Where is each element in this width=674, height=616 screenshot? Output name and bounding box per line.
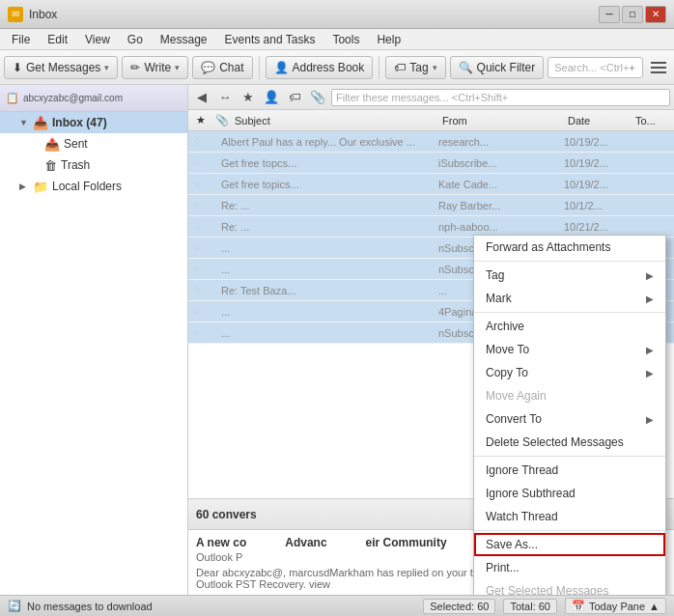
tag-button[interactable]: 🏷 Tag ▾ (385, 56, 445, 79)
ctx-tag-label: Tag (486, 268, 646, 282)
star-icon[interactable]: ☆ (192, 305, 208, 318)
menu-events[interactable]: Events and Tasks (217, 31, 323, 48)
chat-label: Chat (219, 61, 243, 74)
message-toolbar: ◀ ↔ ★ 👤 🏷 📎 Filter these messages... <Ct… (188, 85, 674, 110)
get-messages-button[interactable]: ⬇ Get Messages ▾ (4, 56, 118, 79)
ctx-separator-1 (474, 261, 665, 262)
write-label: Write (144, 61, 171, 74)
ctx-convert-to-label: Convert To (486, 412, 646, 426)
filter-messages-box[interactable]: Filter these messages... <Ctrl+Shift+ (331, 89, 670, 106)
ctx-forward-attachments[interactable]: Forward as Attachments (474, 236, 665, 259)
ctx-mark[interactable]: Mark ▶ (474, 287, 665, 310)
search-placeholder: Search... <Ctrl+ (554, 62, 629, 73)
ctx-print-label: Print... (486, 561, 654, 574)
menu-edit[interactable]: Edit (40, 31, 75, 48)
ctx-convert-to[interactable]: Convert To ▶ (474, 407, 665, 431)
column-headers: ★ 📎 Subject From Date To... (188, 110, 674, 131)
tag-quick-btn[interactable]: 🏷 (285, 88, 304, 107)
star-icon[interactable]: ☆ (192, 263, 208, 275)
person-quick-btn[interactable]: 👤 (262, 88, 281, 107)
ctx-forward-attachments-label: Forward as Attachments (486, 240, 654, 254)
star-icon[interactable]: ☆ (192, 178, 208, 190)
star-icon[interactable]: ☆ (192, 135, 208, 148)
table-row[interactable]: ☆ Get free topcs... iSubscribe... 10/19/… (188, 153, 674, 174)
message-subject: Get free topics... (221, 179, 438, 190)
ctx-ignore-subthread[interactable]: Ignore Subthread (474, 482, 665, 505)
preview-right2: eir Community (366, 536, 447, 549)
minimize-button[interactable]: ─ (599, 6, 620, 23)
chat-button[interactable]: 💬 Chat (192, 56, 252, 79)
table-row[interactable]: ☆ Get free topics... Kate Cade... 10/19/… (188, 174, 674, 195)
ctx-get-selected-label: Get Selected Messages (486, 584, 654, 595)
star-icon[interactable]: ☆ (192, 284, 208, 296)
folder-header: 📋 abcxyzabc@gmail.com (0, 85, 187, 112)
ctx-archive[interactable]: Archive (474, 315, 665, 338)
write-arrow: ▾ (175, 63, 180, 72)
today-pane-label: Today Pane (589, 601, 645, 612)
back-button[interactable]: ◀ (192, 88, 211, 107)
col-header-attach[interactable]: 📎 (211, 114, 231, 126)
message-date: 10/21/2... (564, 221, 632, 233)
menu-file[interactable]: File (4, 31, 38, 48)
menu-go[interactable]: Go (120, 31, 151, 48)
folder-item-local[interactable]: ▶ 📁 Local Folders (0, 176, 187, 197)
message-date: 10/19/2... (564, 136, 632, 148)
menu-tools[interactable]: Tools (324, 31, 367, 48)
maximize-button[interactable]: □ (622, 6, 643, 23)
folder-tree: 📋 abcxyzabc@gmail.com ▼ 📥 Inbox (47) 📤 S… (0, 85, 188, 595)
ctx-tag[interactable]: Tag ▶ (474, 264, 665, 287)
ctx-mark-arrow: ▶ (646, 294, 654, 304)
forward-quick-btn[interactable]: ↔ (215, 88, 235, 107)
ctx-save-as-label: Save As... (486, 538, 654, 551)
ctx-ignore-thread[interactable]: Ignore Thread (474, 459, 665, 482)
account-email: abcxyzabc@gmail.com (23, 93, 123, 103)
get-messages-arrow: ▾ (104, 63, 109, 72)
attach-quick-btn[interactable]: 📎 (308, 88, 327, 107)
col-header-star[interactable]: ★ (192, 114, 211, 126)
write-button[interactable]: ✏ Write ▾ (122, 56, 188, 79)
menu-message[interactable]: Message (153, 31, 215, 48)
toolbar: ⬇ Get Messages ▾ ✏ Write ▾ 💬 Chat 👤 Addr… (0, 50, 674, 85)
address-book-icon: 👤 (274, 61, 289, 74)
quick-filter-button[interactable]: 🔍 Quick Filter (450, 56, 545, 79)
star-icon[interactable]: ☆ (192, 199, 208, 211)
conversation-count: 60 convers (196, 508, 257, 521)
col-header-from[interactable]: From (438, 115, 564, 126)
star-icon[interactable]: ☆ (192, 326, 208, 339)
close-button[interactable]: ✕ (645, 6, 666, 23)
ctx-move-again: Move Again (474, 384, 665, 407)
search-box[interactable]: Search... <Ctrl+ + (548, 57, 643, 78)
ctx-copy-to[interactable]: Copy To ▶ (474, 361, 665, 384)
chat-icon: 💬 (201, 61, 215, 74)
ctx-save-as[interactable]: Save As... (474, 533, 665, 556)
toolbar-menu-button[interactable] (647, 56, 670, 79)
star-icon[interactable]: ☆ (192, 156, 208, 169)
inbox-label: Inbox (47) (52, 116, 107, 129)
separator-1 (259, 56, 260, 79)
ctx-move-to[interactable]: Move To ▶ (474, 338, 665, 361)
ctx-watch-thread[interactable]: Watch Thread (474, 505, 665, 528)
ctx-delete-selected[interactable]: Delete Selected Messages (474, 431, 665, 454)
menu-help[interactable]: Help (369, 31, 408, 48)
table-row[interactable]: ☆ Albert Paul has a reply... Our exclusi… (188, 131, 674, 153)
star-icon[interactable]: ☆ (192, 241, 208, 254)
star-icon[interactable]: ☆ (192, 220, 208, 233)
folder-item-trash[interactable]: 🗑 Trash (0, 154, 187, 176)
col-header-subject[interactable]: Subject (231, 115, 438, 126)
get-messages-icon: ⬇ (13, 61, 22, 74)
ctrl-plus-icon: + (629, 62, 634, 73)
menu-view[interactable]: View (77, 31, 118, 48)
message-subject: ... (221, 327, 438, 339)
window-controls: ─ □ ✕ (599, 6, 666, 23)
hamburger-line-2 (651, 67, 666, 69)
ctx-print[interactable]: Print... (474, 556, 665, 579)
folder-item-inbox[interactable]: ▼ 📥 Inbox (47) (0, 112, 187, 133)
col-header-date[interactable]: Date (564, 115, 632, 126)
folder-item-sent[interactable]: 📤 Sent (0, 133, 187, 154)
ctx-delete-selected-label: Delete Selected Messages (486, 435, 654, 449)
col-header-to[interactable]: To... (632, 115, 670, 126)
star-quick-btn[interactable]: ★ (239, 88, 258, 107)
table-row[interactable]: ☆ Re: ... Ray Barber... 10/1/2... (188, 195, 674, 216)
address-book-button[interactable]: 👤 Address Book (266, 56, 374, 79)
chevron-up-icon[interactable]: ▲ (649, 601, 660, 612)
